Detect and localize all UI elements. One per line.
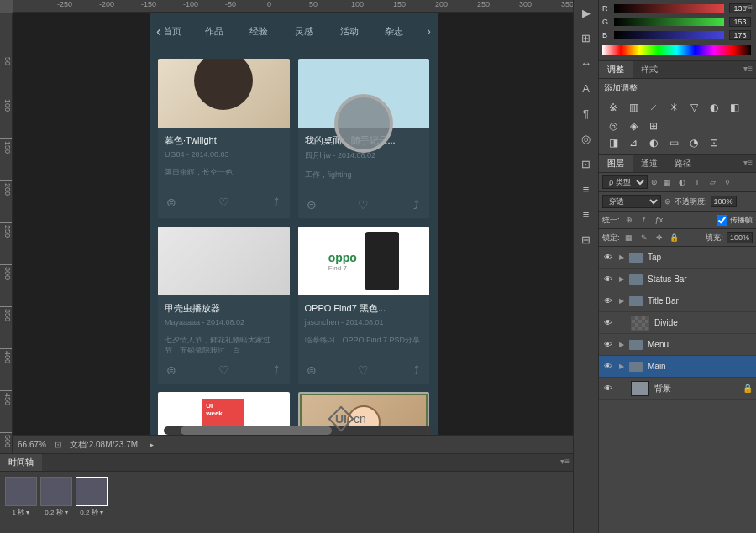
lookup-icon[interactable]: ⊞ [646, 119, 661, 133]
vibrance-icon[interactable]: ▽ [686, 101, 701, 114]
tab-layers[interactable]: 图层 [599, 155, 633, 172]
timeline-frame[interactable]: 0.2 秒 ▾ [76, 477, 108, 517]
tool-icon[interactable]: A [577, 79, 596, 97]
hue-icon[interactable]: ◐ [706, 101, 722, 114]
tab-styles[interactable]: 样式 [633, 61, 666, 78]
nav-tab[interactable]: 经验 [249, 25, 268, 38]
tab-paths[interactable]: 路径 [666, 155, 700, 172]
nav-more-icon[interactable]: › [427, 24, 431, 38]
tool-icon[interactable]: ≡ [577, 205, 596, 223]
frame-duration[interactable]: 0.2 秒 ▾ [80, 508, 103, 517]
lock-trans-icon[interactable]: ▦ [623, 232, 635, 243]
layer-item[interactable]: 👁▶Menu [599, 334, 756, 356]
panel-menu-icon[interactable]: ▾≡ [557, 454, 573, 471]
blend-mode-select[interactable]: 穿透 [602, 195, 661, 208]
unify-pos-icon[interactable]: ⊕ [623, 214, 635, 226]
like-icon[interactable]: ♡ [217, 363, 230, 377]
tab-timeline[interactable]: 时间轴 [0, 454, 42, 471]
layer-list[interactable]: 👁▶Tap👁▶Status Bar👁▶Title Bar👁Divide👁▶Men… [599, 247, 756, 533]
zoom-icon[interactable]: ⊡ [55, 440, 61, 449]
like-icon[interactable]: ♡ [217, 196, 230, 209]
visibility-icon[interactable]: 👁 [602, 340, 614, 349]
expand-icon[interactable]: ▶ [619, 275, 624, 283]
comment-icon[interactable]: ⊜ [165, 363, 178, 377]
layer-item[interactable]: 👁▶Status Bar [599, 269, 756, 290]
tab-channels[interactable]: 通道 [633, 155, 666, 172]
bw-icon[interactable]: ◧ [727, 101, 742, 114]
expand-icon[interactable]: ▶ [619, 363, 624, 370]
canvas-area[interactable]: 首页 作品经验灵感活动杂志 › 暮色·TwilightUG84 - 2014.0… [13, 13, 573, 453]
visibility-icon[interactable]: 👁 [602, 318, 614, 327]
panel-menu-icon[interactable]: ▾≡ [740, 155, 756, 172]
tool-icon[interactable]: ¶ [577, 104, 596, 123]
nav-tab[interactable]: 杂志 [385, 25, 403, 38]
lock-all-icon[interactable]: 🔒 [669, 232, 680, 243]
panel-menu-icon[interactable]: ▾≡ [740, 61, 756, 78]
layer-item[interactable]: 👁背景🔒 [599, 378, 756, 400]
like-icon[interactable]: ♡ [357, 198, 370, 212]
g-slider[interactable] [614, 18, 724, 26]
layer-kind-select[interactable]: ρ 类型 [602, 175, 648, 189]
exposure-icon[interactable]: ☀ [666, 101, 681, 114]
nav-tab[interactable]: 活动 [340, 25, 359, 38]
expand-icon[interactable]: ▶ [619, 341, 624, 348]
card[interactable]: 甲壳虫播放器Mayaaaaa - 2014.08.02七夕情人节，鲜花礼物暗大家… [158, 227, 290, 384]
design-canvas[interactable]: 首页 作品经验灵感活动杂志 › 暮色·TwilightUG84 - 2014.0… [150, 13, 438, 453]
layer-item[interactable]: 👁▶Main [599, 356, 756, 378]
layer-item[interactable]: 👁Divide [599, 312, 756, 334]
expand-icon[interactable]: ▶ [619, 297, 624, 305]
lock-pixels-icon[interactable]: ✎ [638, 232, 650, 243]
tool-icon[interactable]: ⊡ [577, 154, 596, 173]
share-icon[interactable]: ⤴ [409, 363, 423, 377]
g-value[interactable]: 153 [729, 17, 751, 27]
spectrum-bar[interactable] [602, 45, 751, 55]
b-slider[interactable] [614, 31, 724, 39]
card[interactable]: oppoFind 7OPPO Find7 黑色...jasonchen - 20… [298, 227, 430, 384]
brightness-icon[interactable]: ※ [606, 101, 621, 114]
scrollbar-horizontal[interactable] [164, 426, 433, 435]
visibility-icon[interactable]: 👁 [602, 296, 614, 306]
filter-shape-icon[interactable]: ▱ [706, 176, 718, 188]
filter-adjust-icon[interactable]: ◐ [676, 176, 688, 188]
card[interactable]: 暮色·TwilightUG84 - 2014.08.03落日余晖，长空一色⊜♡⤴ [158, 59, 290, 218]
visibility-icon[interactable]: 👁 [602, 253, 614, 262]
comment-icon[interactable]: ⊜ [305, 198, 318, 212]
share-icon[interactable]: ⤴ [409, 198, 423, 212]
gradient-map-icon[interactable]: ▭ [666, 136, 681, 149]
propagate-checkbox[interactable] [717, 215, 727, 226]
opacity-value[interactable]: 100% [711, 196, 737, 207]
visibility-icon[interactable]: 👁 [602, 274, 614, 284]
tool-icon[interactable]: ⊟ [577, 230, 596, 248]
filter-type-icon[interactable]: T [691, 176, 703, 188]
filter-smart-icon[interactable]: ◊ [722, 176, 733, 188]
card[interactable]: 我的桌面，随手记录...四月hjw - 2014.08.02工作，fightin… [298, 59, 430, 218]
unify-vis-icon[interactable]: ƒ [638, 214, 650, 226]
like-icon[interactable]: ♡ [357, 363, 370, 377]
nav-tab[interactable]: 作品 [205, 25, 223, 38]
scroll-thumb[interactable] [181, 426, 332, 435]
photo-filter-icon[interactable]: ◎ [606, 119, 621, 133]
expand-icon[interactable]: ▶ [619, 253, 624, 261]
comment-icon[interactable]: ⊜ [165, 196, 178, 209]
fill-value[interactable]: 100% [727, 232, 753, 243]
invert-icon[interactable]: ◨ [606, 136, 621, 149]
layer-item[interactable]: 👁▶Title Bar [599, 290, 756, 312]
lock-pos-icon[interactable]: ✥ [654, 232, 665, 243]
selective-icon[interactable]: ◔ [686, 136, 701, 149]
unify-style-icon[interactable]: ƒx [654, 214, 665, 226]
share-icon[interactable]: ⤴ [270, 363, 283, 377]
visibility-icon[interactable]: 👁 [602, 384, 614, 393]
tool-icon[interactable]: ≡ [577, 180, 596, 198]
frame-duration[interactable]: 1 秒 ▾ [13, 508, 30, 517]
comment-icon[interactable]: ⊜ [305, 363, 318, 377]
frame-duration[interactable]: 0.2 秒 ▾ [45, 508, 68, 517]
r-slider[interactable] [614, 4, 724, 13]
timeline-frame[interactable]: 1 秒 ▾ [5, 477, 37, 517]
visibility-icon[interactable]: 👁 [602, 362, 614, 371]
tool-icon[interactable]: ▶ [577, 3, 596, 22]
nav-tab[interactable]: 灵感 [295, 25, 313, 38]
zoom-level[interactable]: 66.67% [18, 440, 46, 449]
curves-icon[interactable]: ⟋ [646, 101, 661, 114]
b-value[interactable]: 173 [729, 30, 751, 40]
posterize-icon[interactable]: ⊿ [626, 136, 641, 149]
